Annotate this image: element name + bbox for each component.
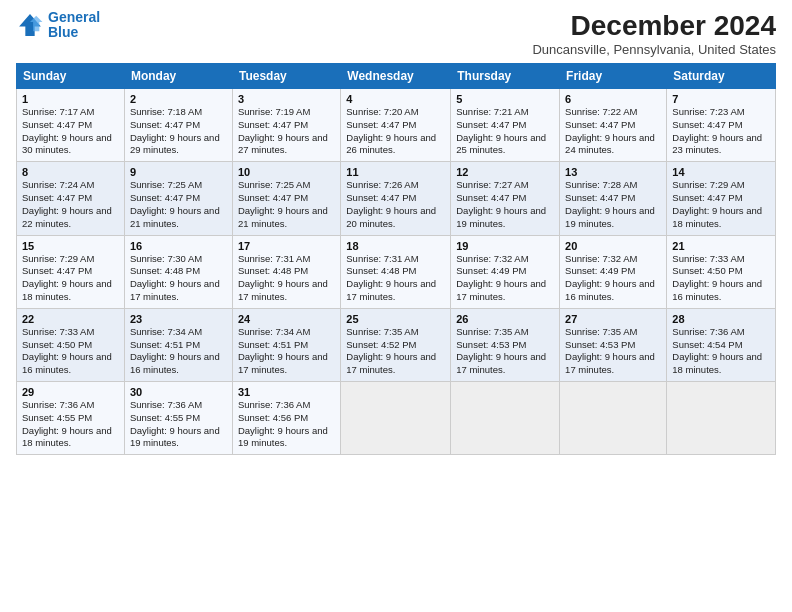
- header: General Blue December 2024 Duncansville,…: [16, 10, 776, 57]
- day-info: Sunrise: 7:24 AMSunset: 4:47 PMDaylight:…: [22, 179, 119, 230]
- day-number: 26: [456, 313, 554, 325]
- day-number: 30: [130, 386, 227, 398]
- day-number: 4: [346, 93, 445, 105]
- day-cell: 30Sunrise: 7:36 AMSunset: 4:55 PMDayligh…: [124, 382, 232, 455]
- day-info: Sunrise: 7:34 AMSunset: 4:51 PMDaylight:…: [238, 326, 335, 377]
- day-number: 15: [22, 240, 119, 252]
- day-info: Sunrise: 7:35 AMSunset: 4:52 PMDaylight:…: [346, 326, 445, 377]
- day-number: 8: [22, 166, 119, 178]
- day-number: 22: [22, 313, 119, 325]
- day-info: Sunrise: 7:36 AMSunset: 4:55 PMDaylight:…: [130, 399, 227, 450]
- day-info: Sunrise: 7:18 AMSunset: 4:47 PMDaylight:…: [130, 106, 227, 157]
- day-info: Sunrise: 7:29 AMSunset: 4:47 PMDaylight:…: [22, 253, 119, 304]
- day-cell: 17Sunrise: 7:31 AMSunset: 4:48 PMDayligh…: [232, 235, 340, 308]
- day-cell: [560, 382, 667, 455]
- day-info: Sunrise: 7:32 AMSunset: 4:49 PMDaylight:…: [456, 253, 554, 304]
- day-cell: [341, 382, 451, 455]
- day-number: 17: [238, 240, 335, 252]
- subtitle: Duncansville, Pennsylvania, United State…: [532, 42, 776, 57]
- main-title: December 2024: [532, 10, 776, 42]
- day-cell: 14Sunrise: 7:29 AMSunset: 4:47 PMDayligh…: [667, 162, 776, 235]
- day-number: 7: [672, 93, 770, 105]
- logo-general: General: [48, 9, 100, 25]
- day-cell: 31Sunrise: 7:36 AMSunset: 4:56 PMDayligh…: [232, 382, 340, 455]
- day-cell: 19Sunrise: 7:32 AMSunset: 4:49 PMDayligh…: [451, 235, 560, 308]
- day-info: Sunrise: 7:25 AMSunset: 4:47 PMDaylight:…: [130, 179, 227, 230]
- day-header-tuesday: Tuesday: [232, 64, 340, 89]
- logo-blue: Blue: [48, 24, 78, 40]
- day-cell: 26Sunrise: 7:35 AMSunset: 4:53 PMDayligh…: [451, 308, 560, 381]
- day-info: Sunrise: 7:23 AMSunset: 4:47 PMDaylight:…: [672, 106, 770, 157]
- day-header-row: SundayMondayTuesdayWednesdayThursdayFrid…: [17, 64, 776, 89]
- day-info: Sunrise: 7:17 AMSunset: 4:47 PMDaylight:…: [22, 106, 119, 157]
- day-number: 6: [565, 93, 661, 105]
- day-cell: 15Sunrise: 7:29 AMSunset: 4:47 PMDayligh…: [17, 235, 125, 308]
- day-cell: [451, 382, 560, 455]
- day-info: Sunrise: 7:20 AMSunset: 4:47 PMDaylight:…: [346, 106, 445, 157]
- day-header-saturday: Saturday: [667, 64, 776, 89]
- day-number: 1: [22, 93, 119, 105]
- day-number: 23: [130, 313, 227, 325]
- week-row-2: 8Sunrise: 7:24 AMSunset: 4:47 PMDaylight…: [17, 162, 776, 235]
- day-info: Sunrise: 7:34 AMSunset: 4:51 PMDaylight:…: [130, 326, 227, 377]
- day-info: Sunrise: 7:30 AMSunset: 4:48 PMDaylight:…: [130, 253, 227, 304]
- day-number: 2: [130, 93, 227, 105]
- day-info: Sunrise: 7:35 AMSunset: 4:53 PMDaylight:…: [565, 326, 661, 377]
- day-cell: 3Sunrise: 7:19 AMSunset: 4:47 PMDaylight…: [232, 89, 340, 162]
- day-number: 28: [672, 313, 770, 325]
- day-info: Sunrise: 7:26 AMSunset: 4:47 PMDaylight:…: [346, 179, 445, 230]
- logo: General Blue: [16, 10, 100, 41]
- day-cell: 21Sunrise: 7:33 AMSunset: 4:50 PMDayligh…: [667, 235, 776, 308]
- day-number: 21: [672, 240, 770, 252]
- day-number: 5: [456, 93, 554, 105]
- day-info: Sunrise: 7:35 AMSunset: 4:53 PMDaylight:…: [456, 326, 554, 377]
- day-info: Sunrise: 7:22 AMSunset: 4:47 PMDaylight:…: [565, 106, 661, 157]
- calendar: SundayMondayTuesdayWednesdayThursdayFrid…: [16, 63, 776, 455]
- day-cell: 13Sunrise: 7:28 AMSunset: 4:47 PMDayligh…: [560, 162, 667, 235]
- day-header-sunday: Sunday: [17, 64, 125, 89]
- day-cell: 5Sunrise: 7:21 AMSunset: 4:47 PMDaylight…: [451, 89, 560, 162]
- week-row-1: 1Sunrise: 7:17 AMSunset: 4:47 PMDaylight…: [17, 89, 776, 162]
- day-number: 27: [565, 313, 661, 325]
- day-info: Sunrise: 7:36 AMSunset: 4:56 PMDaylight:…: [238, 399, 335, 450]
- day-cell: 23Sunrise: 7:34 AMSunset: 4:51 PMDayligh…: [124, 308, 232, 381]
- day-info: Sunrise: 7:28 AMSunset: 4:47 PMDaylight:…: [565, 179, 661, 230]
- day-cell: 1Sunrise: 7:17 AMSunset: 4:47 PMDaylight…: [17, 89, 125, 162]
- day-info: Sunrise: 7:27 AMSunset: 4:47 PMDaylight:…: [456, 179, 554, 230]
- day-cell: 4Sunrise: 7:20 AMSunset: 4:47 PMDaylight…: [341, 89, 451, 162]
- week-row-3: 15Sunrise: 7:29 AMSunset: 4:47 PMDayligh…: [17, 235, 776, 308]
- day-number: 3: [238, 93, 335, 105]
- week-row-5: 29Sunrise: 7:36 AMSunset: 4:55 PMDayligh…: [17, 382, 776, 455]
- day-cell: 16Sunrise: 7:30 AMSunset: 4:48 PMDayligh…: [124, 235, 232, 308]
- day-cell: [667, 382, 776, 455]
- day-cell: 6Sunrise: 7:22 AMSunset: 4:47 PMDaylight…: [560, 89, 667, 162]
- calendar-body: 1Sunrise: 7:17 AMSunset: 4:47 PMDaylight…: [17, 89, 776, 455]
- day-number: 11: [346, 166, 445, 178]
- day-header-monday: Monday: [124, 64, 232, 89]
- day-cell: 8Sunrise: 7:24 AMSunset: 4:47 PMDaylight…: [17, 162, 125, 235]
- day-cell: 29Sunrise: 7:36 AMSunset: 4:55 PMDayligh…: [17, 382, 125, 455]
- day-info: Sunrise: 7:36 AMSunset: 4:54 PMDaylight:…: [672, 326, 770, 377]
- day-number: 10: [238, 166, 335, 178]
- day-number: 19: [456, 240, 554, 252]
- day-cell: 7Sunrise: 7:23 AMSunset: 4:47 PMDaylight…: [667, 89, 776, 162]
- day-info: Sunrise: 7:19 AMSunset: 4:47 PMDaylight:…: [238, 106, 335, 157]
- calendar-header: SundayMondayTuesdayWednesdayThursdayFrid…: [17, 64, 776, 89]
- logo-text: General Blue: [48, 10, 100, 41]
- day-number: 24: [238, 313, 335, 325]
- day-cell: 12Sunrise: 7:27 AMSunset: 4:47 PMDayligh…: [451, 162, 560, 235]
- day-info: Sunrise: 7:25 AMSunset: 4:47 PMDaylight:…: [238, 179, 335, 230]
- day-cell: 27Sunrise: 7:35 AMSunset: 4:53 PMDayligh…: [560, 308, 667, 381]
- day-number: 20: [565, 240, 661, 252]
- day-number: 18: [346, 240, 445, 252]
- day-cell: 9Sunrise: 7:25 AMSunset: 4:47 PMDaylight…: [124, 162, 232, 235]
- day-cell: 18Sunrise: 7:31 AMSunset: 4:48 PMDayligh…: [341, 235, 451, 308]
- title-block: December 2024 Duncansville, Pennsylvania…: [532, 10, 776, 57]
- day-info: Sunrise: 7:32 AMSunset: 4:49 PMDaylight:…: [565, 253, 661, 304]
- logo-icon: [16, 11, 44, 39]
- day-header-thursday: Thursday: [451, 64, 560, 89]
- day-cell: 2Sunrise: 7:18 AMSunset: 4:47 PMDaylight…: [124, 89, 232, 162]
- day-info: Sunrise: 7:36 AMSunset: 4:55 PMDaylight:…: [22, 399, 119, 450]
- day-header-wednesday: Wednesday: [341, 64, 451, 89]
- day-info: Sunrise: 7:31 AMSunset: 4:48 PMDaylight:…: [238, 253, 335, 304]
